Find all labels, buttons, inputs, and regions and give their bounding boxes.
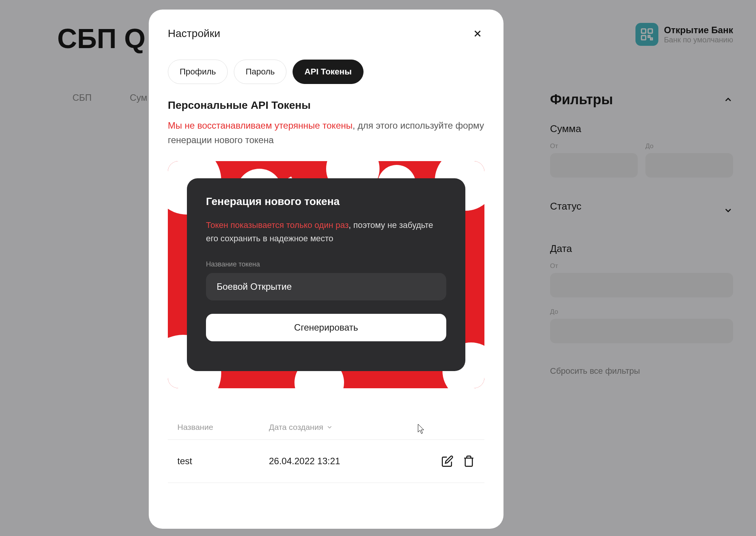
- warning-text: Мы не восстанавливаем утерянные токены, …: [168, 118, 484, 148]
- close-button[interactable]: [471, 27, 484, 40]
- table-row: test 26.04.2022 13:21: [168, 440, 484, 483]
- token-inner-card: Генерация нового токена Токен показывает…: [187, 178, 465, 371]
- modal-title: Настройки: [168, 27, 220, 40]
- settings-modal: Настройки Профиль Пароль API Токены Перс…: [149, 10, 503, 529]
- generation-title: Генерация нового токена: [206, 195, 446, 208]
- settings-tabs: Профиль Пароль API Токены: [168, 60, 484, 84]
- row-date: 26.04.2022 13:21: [269, 456, 441, 467]
- table-header: Название Дата создания: [168, 415, 484, 440]
- th-date[interactable]: Дата создания: [269, 423, 333, 432]
- warning-red: Мы не восстанавливаем утерянные токены: [168, 120, 352, 131]
- mouse-cursor: [418, 424, 425, 434]
- token-name-input[interactable]: [206, 273, 446, 300]
- sort-icon: [326, 424, 333, 431]
- delete-icon[interactable]: [463, 455, 475, 467]
- gen-warning-red: Токен показывается только один раз: [206, 220, 349, 230]
- token-card: Генерация нового токена Токен показывает…: [168, 161, 484, 388]
- th-name: Название: [177, 423, 269, 432]
- token-name-label: Название токена: [206, 260, 446, 268]
- generation-warning: Токен показывается только один раз, поэт…: [206, 218, 446, 245]
- generate-button[interactable]: Сгенерировать: [206, 314, 446, 341]
- close-icon: [472, 28, 483, 39]
- tab-api-tokens[interactable]: API Токены: [293, 60, 364, 84]
- edit-icon[interactable]: [441, 455, 454, 467]
- tab-password[interactable]: Пароль: [234, 60, 286, 84]
- section-title: Персональные API Токены: [168, 99, 484, 111]
- row-name: test: [177, 456, 269, 467]
- tab-profile[interactable]: Профиль: [168, 60, 228, 84]
